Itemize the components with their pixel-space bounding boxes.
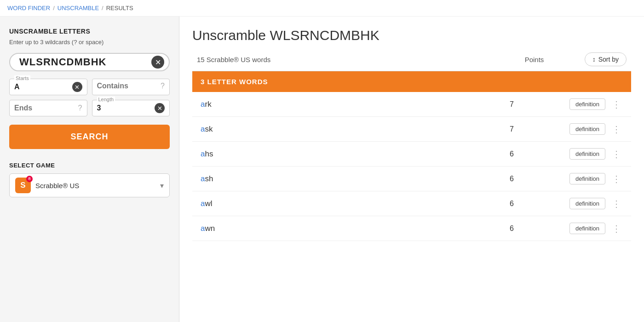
contains-filter-inner: ? [97, 82, 165, 90]
definition-button[interactable]: definition [569, 198, 605, 209]
word-points: 7 [510, 100, 569, 109]
table-row: ask 7 definition ⋮ [192, 117, 631, 142]
definition-button[interactable]: definition [569, 223, 605, 234]
word-points: 6 [510, 175, 569, 183]
results-header: 15 Scrabble® US words Points ↕ Sort by [192, 52, 631, 71]
clear-length-button[interactable]: ✕ [155, 103, 165, 113]
definition-button[interactable]: definition [569, 148, 605, 160]
more-options-icon[interactable]: ⋮ [610, 174, 623, 184]
starts-filter-box: Starts ✕ [9, 79, 87, 95]
letter-input[interactable] [19, 56, 151, 68]
word-text: ash [201, 174, 510, 184]
word-rest: hs [205, 150, 213, 158]
word-points: 7 [510, 125, 569, 133]
clear-letters-button[interactable]: ✕ [151, 56, 164, 69]
starts-filter-inner: ✕ [14, 82, 82, 92]
category-header: 3 LETTER WORDS [192, 71, 631, 92]
breadcrumb-sep-2: / [102, 5, 104, 12]
word-text: ask [201, 125, 510, 134]
more-options-icon[interactable]: ⋮ [610, 150, 623, 159]
word-rest: wl [205, 199, 212, 208]
breadcrumb: WORD FINDER / UNSCRAMBLE / RESULTS [0, 0, 644, 17]
length-filter-inner: ✕ [97, 103, 165, 113]
table-row: ash 6 definition ⋮ [192, 167, 631, 191]
word-rest: sk [205, 125, 213, 133]
points-column-header: Points [525, 56, 585, 63]
ends-input[interactable] [14, 104, 75, 112]
game-icon-badge: ® [26, 176, 33, 182]
clear-starts-button[interactable]: ✕ [72, 82, 82, 92]
sidebar-subtitle: Enter up to 3 wildcards (? or space) [9, 39, 170, 46]
starts-label: Starts [14, 75, 30, 81]
sort-by-label: Sort by [598, 56, 619, 63]
contains-filter-box: ? [92, 79, 170, 95]
word-list: ark 7 definition ⋮ ask 7 definition ⋮ ah… [192, 92, 631, 241]
main-layout: UNSCRAMBLE LETTERS Enter up to 3 wildcar… [0, 17, 644, 322]
sort-by-button[interactable]: ↕ Sort by [585, 52, 627, 66]
sidebar-title: UNSCRAMBLE LETTERS [9, 28, 170, 35]
length-input[interactable] [97, 104, 152, 112]
search-button[interactable]: SEARCH [9, 125, 170, 149]
word-points: 6 [510, 200, 569, 208]
results-panel: Unscramble WLSRNCDMBHK 15 Scrabble® US w… [179, 17, 644, 322]
table-row: ark 7 definition ⋮ [192, 92, 631, 117]
word-text: awn [201, 224, 510, 233]
game-select[interactable]: S ® Scrabble® US ▾ [9, 173, 170, 197]
length-filter-box: Length ✕ [92, 100, 170, 116]
more-options-icon[interactable]: ⋮ [610, 224, 623, 233]
ends-filter-box: ? [9, 100, 87, 116]
contains-input[interactable] [97, 82, 158, 90]
length-label: Length [97, 97, 115, 102]
word-rest: sh [205, 174, 213, 183]
game-label: Scrabble® US [35, 182, 155, 190]
results-count: 15 Scrabble® US words [197, 56, 525, 63]
select-game-title: SELECT GAME [9, 162, 170, 169]
word-text: ahs [201, 150, 510, 159]
filter-row-ends-length: ? Length ✕ [9, 100, 170, 116]
game-icon: S ® [15, 178, 31, 193]
word-points: 6 [510, 150, 569, 158]
word-points: 6 [510, 224, 569, 233]
ends-filter-inner: ? [14, 104, 82, 112]
definition-button[interactable]: definition [569, 123, 605, 135]
breadcrumb-unscramble[interactable]: UNSCRAMBLE [58, 5, 99, 12]
word-text: ark [201, 100, 510, 109]
starts-input[interactable] [14, 83, 69, 91]
letter-input-wrap: ✕ [9, 53, 170, 71]
breadcrumb-sep-1: / [53, 5, 55, 12]
sort-icon: ↕ [592, 56, 596, 63]
word-rest: wn [205, 224, 215, 233]
table-row: awl 6 definition ⋮ [192, 191, 631, 216]
table-row: awn 6 definition ⋮ [192, 216, 631, 241]
breadcrumb-word-finder[interactable]: WORD FINDER [7, 5, 50, 12]
more-options-icon[interactable]: ⋮ [610, 125, 623, 134]
chevron-down-icon: ▾ [160, 181, 164, 190]
definition-button[interactable]: definition [569, 98, 605, 110]
ends-help-icon[interactable]: ? [78, 104, 82, 112]
filter-row-starts-contains: Starts ✕ ? [9, 79, 170, 95]
contains-help-icon[interactable]: ? [161, 82, 165, 90]
table-row: ahs 6 definition ⋮ [192, 142, 631, 167]
word-rest: rk [205, 100, 211, 109]
word-text: awl [201, 199, 510, 208]
sidebar: UNSCRAMBLE LETTERS Enter up to 3 wildcar… [0, 17, 179, 322]
more-options-icon[interactable]: ⋮ [610, 100, 623, 109]
more-options-icon[interactable]: ⋮ [610, 199, 623, 208]
definition-button[interactable]: definition [569, 173, 605, 184]
results-title: Unscramble WLSRNCDMBHK [192, 28, 631, 43]
breadcrumb-results: RESULTS [106, 5, 133, 12]
